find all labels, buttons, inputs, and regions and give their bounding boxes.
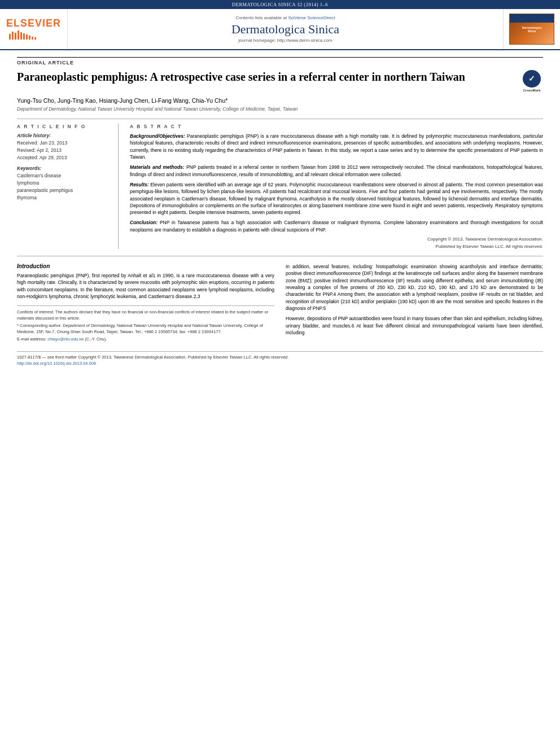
homepage-line: journal homepage: http://www.derm-sinica… — [238, 38, 332, 43]
svg-rect-7 — [29, 36, 30, 40]
svg-rect-9 — [34, 37, 36, 40]
keyword-3: paraneoplastic pemphigus — [17, 187, 111, 194]
affiliation-line: Department of Dermatology, National Taiw… — [17, 106, 543, 112]
article-title-block: Paraneoplastic pemphigus: A retrospectiv… — [17, 70, 543, 93]
authors-line: Yung-Tsu Cho, Jung-Ting Kao, Hsiang-Jung… — [17, 97, 543, 104]
journal-center-header: Contents lists available at SciVerse Sci… — [68, 9, 504, 49]
body-left-col: Introduction Paraneoplastic pemphigus (P… — [17, 263, 274, 344]
abstract-methods: Materials and methods: PNP patients trea… — [130, 164, 543, 178]
body-right-col: In addition, several features, including… — [286, 263, 543, 344]
conclusion-label: Conclusion: — [130, 220, 158, 225]
article-title-text: Paraneoplastic pemphigus: A retrospectiv… — [17, 70, 520, 84]
right-intro-para-2: However, depositions of PNP autoantibodi… — [286, 315, 543, 336]
elsevier-graphic — [6, 29, 46, 40]
introduction-heading: Introduction — [17, 263, 274, 269]
derm-sinica-logo: DermatologicaSinica — [509, 14, 554, 45]
received-date: Received: Jan 23, 2013 — [17, 139, 111, 147]
doi-link[interactable]: http://dx.doi.org/10.1016/j.dsi.2013.04.… — [17, 361, 543, 366]
keyword-2: lymphoma — [17, 180, 111, 187]
results-label: Results: — [130, 182, 149, 187]
conclusion-text: PNP in Taiwanese patients has a high ass… — [130, 220, 543, 232]
right-intro-para-1: In addition, several features, including… — [286, 263, 543, 312]
article-info-col: A R T I C L E I N F O Article history: R… — [17, 124, 119, 249]
journal-topbar: DERMATOLOGICA SINICA 32 (2014) 1–6 — [0, 0, 560, 9]
crossmark-icon: ✓ — [523, 70, 541, 88]
svg-rect-2 — [15, 33, 16, 40]
bottom-bar: 1027-8117/$ — see front matter Copyright… — [17, 351, 543, 372]
intro-para-1: Paraneoplastic pemphigus (PNP), first re… — [17, 272, 274, 300]
svg-rect-6 — [26, 34, 28, 40]
main-content: ORIGINAL ARTICLE Paraneoplastic pemphigu… — [0, 50, 560, 378]
page: DERMATOLOGICA SINICA 32 (2014) 1–6 ELSEV… — [0, 0, 560, 747]
article-type-label: ORIGINAL ARTICLE — [17, 57, 543, 65]
journal-header: ELSEVIER Contents lists availa — [0, 9, 560, 50]
email-footnote: E-mail address: chiayu@ntu.edu.tw (C.-Y.… — [17, 337, 274, 343]
keywords-section: Keywords: Castleman's disease lymphoma p… — [17, 165, 111, 201]
article-info-title: A R T I C L E I N F O — [17, 124, 111, 129]
svg-rect-3 — [18, 30, 19, 40]
methods-text: PNP patients treated in a referral cente… — [130, 164, 543, 177]
elsevier-wordmark: ELSEVIER — [6, 18, 61, 29]
accepted-date: Accepted: Apr 29, 2013 — [17, 154, 111, 161]
methods-label: Materials and methods: — [130, 164, 185, 170]
abstract-col: A B S T R A C T Background/Objectives: P… — [130, 124, 543, 249]
corresponding-footnote: * Corresponding author. Department of De… — [17, 323, 274, 335]
abstract-background: Background/Objectives: Paraneoplastic pe… — [130, 133, 543, 160]
journal-citation: DERMATOLOGICA SINICA 32 (2014) 1–6 — [232, 2, 328, 7]
journal-title: Dermatologica Sinica — [231, 22, 339, 37]
svg-rect-8 — [32, 37, 33, 40]
keywords-label: Keywords: — [17, 165, 111, 171]
svg-rect-1 — [12, 32, 14, 40]
crossmark-label: CrossMark — [523, 89, 540, 93]
svg-rect-4 — [20, 32, 22, 40]
copyright-line-2: Published by Elsevier Taiwan LLC. All ri… — [130, 244, 543, 249]
copyright-line-1: Copyright © 2013, Taiwanese Dermatologic… — [130, 237, 543, 242]
section-divider — [17, 256, 543, 256]
abstract-results: Results: Eleven patients were identified… — [130, 181, 543, 216]
body-section: Introduction Paraneoplastic pemphigus (P… — [17, 263, 543, 344]
keyword-1: Castleman's disease — [17, 172, 111, 180]
svg-rect-5 — [23, 33, 25, 40]
journal-logo-box: DermatologicaSinica — [504, 9, 560, 49]
results-text: Eleven patients were identified with an … — [130, 182, 543, 215]
history-label: Article history: — [17, 133, 111, 138]
background-text: Paraneoplastic pemphigus (PNP) is a rare… — [130, 133, 543, 160]
sciverse-link[interactable]: SciVerse ScienceDirect — [288, 15, 335, 20]
info-abstract-section: A R T I C L E I N F O Article history: R… — [17, 119, 543, 249]
email-link[interactable]: chiayu@ntu.edu.tw — [47, 337, 84, 342]
sciverse-line: Contents lists available at SciVerse Sci… — [235, 15, 335, 20]
abstract-conclusion: Conclusion: PNP in Taiwanese patients ha… — [130, 219, 543, 233]
footnote-area: Conflicts of interest: The authors decla… — [17, 305, 274, 343]
svg-rect-0 — [9, 34, 11, 40]
crossmark-badge[interactable]: ✓ CrossMark — [520, 70, 543, 93]
article-history: Article history: Received: Jan 23, 2013 … — [17, 133, 111, 161]
abstract-title: A B S T R A C T — [130, 124, 543, 129]
background-label: Background/Objectives: — [130, 133, 185, 139]
conflict-footnote: Conflicts of interest: The authors decla… — [17, 309, 274, 321]
revised-date: Revised: Apr 2, 2013 — [17, 147, 111, 154]
issn-line: 1027-8117/$ — see front matter Copyright… — [17, 355, 543, 360]
keyword-4: thymoma — [17, 194, 111, 202]
elsevier-logo-box: ELSEVIER — [0, 9, 68, 49]
